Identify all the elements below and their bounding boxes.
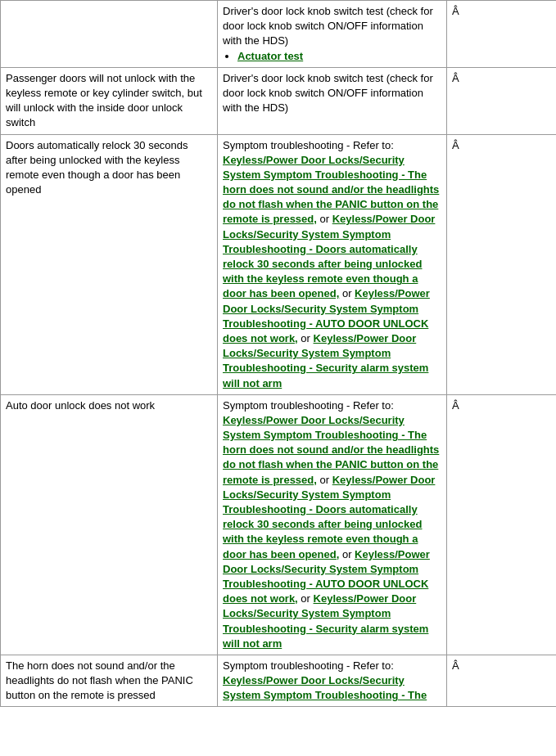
page-ref: Â: [452, 139, 459, 151]
symptom-cell: [1, 1, 218, 68]
symptom-text: The horn does not sound and/or the headl…: [6, 659, 193, 701]
page-ref-cell: Â: [447, 655, 557, 707]
table-row: Doors automatically relock 30 seconds af…: [1, 134, 557, 394]
page-ref: Â: [452, 5, 459, 17]
page-ref: Â: [452, 399, 459, 412]
connector-text-6: or: [301, 592, 313, 605]
table-row: Passenger doors will not unlock with the…: [1, 67, 557, 134]
symptom-text: Auto door unlock does not work: [6, 399, 155, 412]
cell-text: Driver's door lock knob switch test (che…: [223, 5, 433, 47]
table-row: Driver's door lock knob switch test (che…: [1, 1, 557, 68]
table-row: The horn does not sound and/or the headl…: [1, 655, 557, 707]
page-ref-cell: Â: [447, 67, 557, 134]
connector-text-3: or: [301, 332, 313, 344]
symptom-cell: Auto door unlock does not work: [1, 394, 218, 655]
intro-text: Symptom troubleshooting - Refer to:: [223, 399, 394, 412]
symptom-text: Doors automatically relock 30 seconds af…: [6, 139, 188, 196]
symptom-text: Passenger doors will not unlock with the…: [6, 72, 202, 129]
intro-text: Symptom troubleshooting - Refer to:: [223, 659, 394, 672]
page-ref: Â: [452, 72, 459, 84]
troubleshooting-cell: Symptom troubleshooting - Refer to: Keyl…: [218, 655, 447, 707]
connector-text-4: or: [320, 474, 332, 486]
page-ref-cell: Â: [447, 394, 557, 655]
symptom-cell: The horn does not sound and/or the headl…: [1, 655, 218, 707]
actuator-test-link[interactable]: Actuator test: [237, 50, 303, 62]
intro-text: Symptom troubleshooting - Refer to:: [223, 139, 394, 151]
page-ref-cell: Â: [447, 134, 557, 394]
troubleshooting-cell: Driver's door lock knob switch test (che…: [218, 67, 447, 134]
symptom-cell: Passenger doors will not unlock with the…: [1, 67, 218, 134]
cell-text: Driver's door lock knob switch test (che…: [223, 72, 433, 114]
troubleshooting-cell: Symptom troubleshooting - Refer to: Keyl…: [218, 134, 447, 394]
symptom-cell: Doors automatically relock 30 seconds af…: [1, 134, 218, 394]
page-ref: Â: [452, 659, 459, 672]
connector-text-2: or: [342, 287, 355, 299]
troubleshooting-cell: Driver's door lock knob switch test (che…: [218, 1, 447, 68]
link-horn-3[interactable]: Keyless/Power Door Locks/Security System…: [223, 674, 427, 701]
page-ref-cell: Â: [447, 1, 557, 68]
troubleshooting-cell: Symptom troubleshooting - Refer to: Keyl…: [218, 394, 447, 655]
table-row: Auto door unlock does not work Symptom t…: [1, 394, 557, 655]
connector-text-5: or: [342, 548, 355, 560]
connector-text-1: or: [320, 213, 332, 225]
